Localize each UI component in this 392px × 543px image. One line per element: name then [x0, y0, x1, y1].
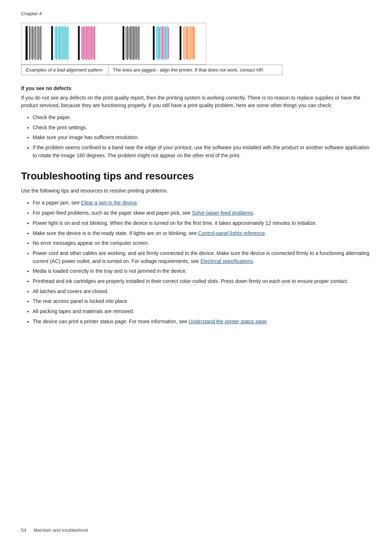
svg-rect-8	[39, 27, 40, 59]
list-item: For a paper jam, see Clear a jam in the …	[33, 199, 371, 207]
no-defects-heading: If you see no defects	[21, 85, 371, 91]
bullet-text-before: Media is loaded correctly in the tray an…	[33, 268, 187, 274]
bullet-text-after: .	[253, 258, 254, 264]
bullet-text-before: The rear access panel is locked into pla…	[33, 298, 129, 304]
svg-rect-30	[93, 27, 94, 58]
svg-rect-15	[61, 27, 61, 59]
troubleshooting-heading: Troubleshooting tips and resources	[21, 170, 371, 182]
svg-rect-62	[195, 27, 195, 58]
svg-rect-13	[58, 27, 58, 58]
clear-jam-link[interactable]: Clear a jam in the device	[81, 200, 137, 206]
no-defects-paragraph: If you do not see any defects on the pri…	[21, 94, 371, 109]
bullet-text-before: No error messages appear on the computer…	[33, 240, 149, 246]
alignment-pattern-image	[21, 23, 371, 65]
svg-rect-54	[183, 27, 184, 59]
svg-rect-10	[51, 26, 53, 60]
pattern-group-5	[153, 26, 195, 60]
svg-rect-51	[166, 26, 167, 60]
svg-rect-21	[78, 26, 80, 60]
svg-rect-36	[130, 26, 131, 60]
svg-rect-19	[66, 27, 67, 58]
svg-rect-17	[63, 27, 64, 59]
svg-rect-34	[127, 26, 128, 60]
svg-rect-18	[65, 26, 65, 60]
svg-rect-16	[62, 26, 63, 60]
bullet-text-after: .	[265, 230, 266, 236]
svg-rect-22	[82, 27, 82, 59]
svg-rect-20	[68, 26, 68, 60]
table-cell-left: Examples of a bad alignment pattern	[21, 65, 109, 75]
svg-rect-60	[192, 27, 192, 59]
svg-rect-23	[83, 26, 83, 60]
alignment-table: Examples of a bad alignment pattern The …	[21, 65, 282, 75]
no-defects-list: Check the paper. Check the print setting…	[33, 114, 371, 159]
table-cell-right: The lines are jagged - align the printer…	[109, 65, 282, 75]
svg-rect-55	[185, 26, 185, 60]
svg-rect-40	[136, 26, 136, 60]
bullet-text-before: All latches and covers are closed.	[33, 288, 109, 294]
svg-rect-59	[190, 26, 191, 60]
list-item: Check the paper.	[33, 114, 371, 122]
svg-rect-46	[159, 27, 160, 58]
chapter-label: Chapter 4	[21, 11, 371, 16]
svg-rect-2	[30, 27, 31, 59]
bullet-text-before: All packing tapes and materials are remo…	[33, 308, 134, 314]
bullet-text-before: For a paper jam, see	[33, 200, 81, 206]
list-item: Media is loaded correctly in the tray an…	[33, 267, 371, 275]
list-item: Printhead and ink cartridges are properl…	[33, 277, 371, 285]
svg-rect-49	[164, 26, 164, 60]
solve-paper-feed-link[interactable]: Solve paper-feed problems	[192, 210, 253, 216]
svg-rect-5	[35, 26, 36, 60]
svg-rect-1	[29, 26, 30, 60]
pattern-group-2	[51, 26, 68, 60]
svg-rect-0	[25, 26, 28, 60]
svg-rect-31	[94, 26, 95, 60]
bullet-text-before: For paper-feed problems, such as the pap…	[33, 210, 192, 216]
svg-rect-11	[55, 27, 56, 59]
list-item: All latches and covers are closed.	[33, 288, 371, 296]
bullet-text-after: .	[253, 210, 254, 216]
svg-rect-47	[161, 26, 162, 60]
svg-rect-35	[128, 27, 129, 58]
footer-section-label: Maintain and troubleshoot	[33, 527, 88, 533]
bullet-text-before: The device can print a printer status pa…	[33, 319, 189, 324]
list-item: Power light is on and not blinking. When…	[33, 219, 371, 227]
svg-rect-6	[36, 27, 37, 59]
svg-rect-3	[32, 26, 33, 60]
svg-rect-43	[153, 26, 155, 60]
troubleshooting-list: For a paper jam, see Clear a jam in the …	[33, 199, 371, 325]
svg-rect-4	[33, 27, 34, 58]
svg-rect-9	[41, 26, 41, 60]
svg-rect-7	[38, 26, 38, 60]
svg-rect-39	[134, 27, 135, 59]
svg-rect-57	[187, 26, 188, 60]
svg-rect-52	[168, 27, 168, 58]
svg-rect-42	[139, 26, 139, 60]
list-item: Check the print settings.	[33, 124, 371, 132]
svg-rect-29	[91, 26, 92, 60]
list-item: The rear access panel is locked into pla…	[33, 297, 371, 305]
svg-rect-12	[56, 26, 57, 60]
bullet-text-after: .	[267, 319, 268, 324]
list-item: Make sure the device is in the ready sta…	[33, 230, 371, 238]
svg-rect-38	[133, 26, 134, 60]
list-item: Make sure your image has sufficient reso…	[33, 134, 371, 142]
printer-status-page-link[interactable]: Understand the printer status page	[189, 319, 267, 324]
svg-rect-41	[137, 27, 138, 58]
svg-rect-37	[131, 27, 132, 59]
list-item: The device can print a printer status pa…	[33, 318, 371, 326]
pattern-group-3	[78, 26, 95, 60]
control-panel-lights-link[interactable]: Control-panel lights reference	[198, 230, 265, 236]
list-item: If the problem seems confined to a band …	[33, 144, 371, 159]
svg-rect-27	[89, 26, 89, 60]
bullet-text-before: Printhead and ink cartridges are properl…	[33, 278, 348, 284]
svg-rect-50	[165, 27, 166, 59]
electrical-specs-link[interactable]: Electrical specifications	[200, 258, 253, 264]
svg-rect-61	[193, 26, 194, 60]
svg-rect-44	[156, 27, 157, 59]
svg-rect-48	[162, 27, 163, 59]
svg-rect-26	[87, 27, 88, 59]
bullet-text-after: .	[137, 200, 138, 206]
pattern-group-1	[25, 26, 41, 60]
svg-rect-33	[126, 27, 126, 59]
